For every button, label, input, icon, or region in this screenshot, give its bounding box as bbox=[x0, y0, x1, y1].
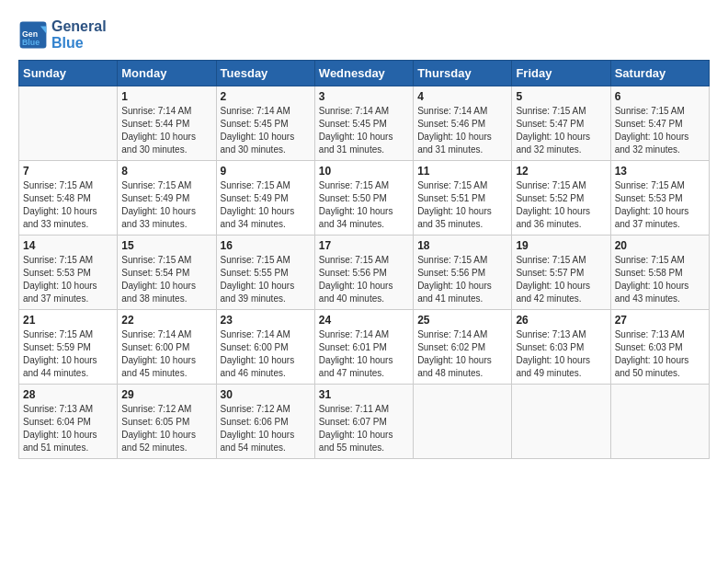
svg-text:Gen: Gen bbox=[22, 29, 38, 38]
day-info: Sunrise: 7:15 AMSunset: 5:55 PMDaylight:… bbox=[221, 255, 295, 304]
day-header-friday: Friday bbox=[512, 61, 610, 86]
day-info: Sunrise: 7:15 AMSunset: 5:53 PMDaylight:… bbox=[615, 180, 689, 229]
day-info: Sunrise: 7:14 AMSunset: 6:00 PMDaylight:… bbox=[221, 329, 295, 378]
calendar-cell: 9Sunrise: 7:15 AMSunset: 5:49 PMDaylight… bbox=[216, 161, 314, 236]
day-info: Sunrise: 7:14 AMSunset: 6:00 PMDaylight:… bbox=[121, 329, 196, 378]
day-number: 26 bbox=[516, 314, 606, 327]
calendar-cell: 27Sunrise: 7:13 AMSunset: 6:03 PMDayligh… bbox=[610, 310, 709, 385]
day-info: Sunrise: 7:14 AMSunset: 5:46 PMDaylight:… bbox=[417, 106, 492, 155]
svg-text:Blue: Blue bbox=[22, 38, 40, 47]
day-info: Sunrise: 7:15 AMSunset: 5:56 PMDaylight:… bbox=[319, 255, 393, 304]
calendar-cell bbox=[414, 385, 512, 459]
day-info: Sunrise: 7:12 AMSunset: 6:06 PMDaylight:… bbox=[221, 404, 295, 453]
calendar-week-row: 28Sunrise: 7:13 AMSunset: 6:04 PMDayligh… bbox=[19, 385, 710, 459]
calendar-week-row: 7Sunrise: 7:15 AMSunset: 5:48 PMDaylight… bbox=[19, 161, 710, 236]
page-header: Gen Blue General Blue bbox=[18, 18, 710, 51]
day-number: 9 bbox=[221, 165, 311, 178]
calendar-cell: 5Sunrise: 7:15 AMSunset: 5:47 PMDaylight… bbox=[512, 86, 610, 161]
calendar-cell: 14Sunrise: 7:15 AMSunset: 5:53 PMDayligh… bbox=[19, 236, 118, 310]
calendar-cell bbox=[19, 86, 118, 161]
day-number: 23 bbox=[221, 314, 311, 327]
day-info: Sunrise: 7:14 AMSunset: 6:01 PMDaylight:… bbox=[319, 329, 393, 378]
day-info: Sunrise: 7:15 AMSunset: 5:56 PMDaylight:… bbox=[417, 255, 492, 304]
day-number: 15 bbox=[121, 239, 211, 252]
calendar-cell: 4Sunrise: 7:14 AMSunset: 5:46 PMDaylight… bbox=[414, 86, 512, 161]
calendar-table: SundayMondayTuesdayWednesdayThursdayFrid… bbox=[18, 60, 710, 459]
calendar-cell: 6Sunrise: 7:15 AMSunset: 5:47 PMDaylight… bbox=[610, 86, 709, 161]
day-number: 27 bbox=[615, 314, 705, 327]
calendar-week-row: 21Sunrise: 7:15 AMSunset: 5:59 PMDayligh… bbox=[19, 310, 710, 385]
day-header-saturday: Saturday bbox=[610, 61, 709, 86]
day-number: 28 bbox=[23, 388, 113, 401]
calendar-cell: 11Sunrise: 7:15 AMSunset: 5:51 PMDayligh… bbox=[414, 161, 512, 236]
day-number: 3 bbox=[319, 90, 409, 103]
day-info: Sunrise: 7:12 AMSunset: 6:05 PMDaylight:… bbox=[121, 404, 196, 453]
day-header-sunday: Sunday bbox=[19, 61, 118, 86]
calendar-header-row: SundayMondayTuesdayWednesdayThursdayFrid… bbox=[19, 61, 710, 86]
calendar-cell: 22Sunrise: 7:14 AMSunset: 6:00 PMDayligh… bbox=[118, 310, 216, 385]
day-number: 2 bbox=[221, 90, 311, 103]
calendar-cell: 30Sunrise: 7:12 AMSunset: 6:06 PMDayligh… bbox=[216, 385, 314, 459]
calendar-cell: 13Sunrise: 7:15 AMSunset: 5:53 PMDayligh… bbox=[610, 161, 709, 236]
day-number: 13 bbox=[615, 165, 705, 178]
calendar-cell: 17Sunrise: 7:15 AMSunset: 5:56 PMDayligh… bbox=[314, 236, 413, 310]
day-number: 22 bbox=[121, 314, 211, 327]
day-number: 8 bbox=[121, 165, 211, 178]
day-number: 6 bbox=[615, 90, 705, 103]
calendar-week-row: 1Sunrise: 7:14 AMSunset: 5:44 PMDaylight… bbox=[19, 86, 710, 161]
day-info: Sunrise: 7:15 AMSunset: 5:57 PMDaylight:… bbox=[516, 255, 590, 304]
day-info: Sunrise: 7:15 AMSunset: 5:47 PMDaylight:… bbox=[516, 106, 590, 155]
day-info: Sunrise: 7:14 AMSunset: 6:02 PMDaylight:… bbox=[417, 329, 492, 378]
day-info: Sunrise: 7:15 AMSunset: 5:51 PMDaylight:… bbox=[417, 180, 492, 229]
day-header-thursday: Thursday bbox=[414, 61, 512, 86]
calendar-cell: 31Sunrise: 7:11 AMSunset: 6:07 PMDayligh… bbox=[314, 385, 413, 459]
calendar-week-row: 14Sunrise: 7:15 AMSunset: 5:53 PMDayligh… bbox=[19, 236, 710, 310]
calendar-cell: 25Sunrise: 7:14 AMSunset: 6:02 PMDayligh… bbox=[414, 310, 512, 385]
day-info: Sunrise: 7:13 AMSunset: 6:03 PMDaylight:… bbox=[516, 329, 590, 378]
day-number: 21 bbox=[23, 314, 113, 327]
calendar-cell: 19Sunrise: 7:15 AMSunset: 5:57 PMDayligh… bbox=[512, 236, 610, 310]
calendar-cell: 29Sunrise: 7:12 AMSunset: 6:05 PMDayligh… bbox=[118, 385, 216, 459]
logo-text-blue: Blue bbox=[51, 35, 107, 52]
day-number: 14 bbox=[23, 239, 113, 252]
calendar-cell: 15Sunrise: 7:15 AMSunset: 5:54 PMDayligh… bbox=[118, 236, 216, 310]
calendar-cell: 20Sunrise: 7:15 AMSunset: 5:58 PMDayligh… bbox=[610, 236, 709, 310]
day-info: Sunrise: 7:14 AMSunset: 5:44 PMDaylight:… bbox=[121, 106, 196, 155]
day-info: Sunrise: 7:14 AMSunset: 5:45 PMDaylight:… bbox=[319, 106, 393, 155]
day-info: Sunrise: 7:15 AMSunset: 5:48 PMDaylight:… bbox=[23, 180, 97, 229]
day-info: Sunrise: 7:15 AMSunset: 5:59 PMDaylight:… bbox=[23, 329, 97, 378]
calendar-cell: 21Sunrise: 7:15 AMSunset: 5:59 PMDayligh… bbox=[19, 310, 118, 385]
calendar-cell bbox=[512, 385, 610, 459]
calendar-cell: 10Sunrise: 7:15 AMSunset: 5:50 PMDayligh… bbox=[314, 161, 413, 236]
calendar-cell: 7Sunrise: 7:15 AMSunset: 5:48 PMDaylight… bbox=[19, 161, 118, 236]
day-info: Sunrise: 7:13 AMSunset: 6:03 PMDaylight:… bbox=[615, 329, 689, 378]
day-number: 29 bbox=[121, 388, 211, 401]
day-header-monday: Monday bbox=[118, 61, 216, 86]
day-header-wednesday: Wednesday bbox=[314, 61, 413, 86]
day-number: 31 bbox=[319, 388, 409, 401]
day-info: Sunrise: 7:14 AMSunset: 5:45 PMDaylight:… bbox=[221, 106, 295, 155]
day-number: 7 bbox=[23, 165, 113, 178]
day-number: 12 bbox=[516, 165, 606, 178]
day-number: 17 bbox=[319, 239, 409, 252]
calendar-cell: 26Sunrise: 7:13 AMSunset: 6:03 PMDayligh… bbox=[512, 310, 610, 385]
logo-text-general: General bbox=[51, 18, 107, 35]
day-number: 24 bbox=[319, 314, 409, 327]
calendar-cell: 8Sunrise: 7:15 AMSunset: 5:49 PMDaylight… bbox=[118, 161, 216, 236]
day-info: Sunrise: 7:15 AMSunset: 5:49 PMDaylight:… bbox=[221, 180, 295, 229]
day-info: Sunrise: 7:15 AMSunset: 5:47 PMDaylight:… bbox=[615, 106, 689, 155]
day-number: 5 bbox=[516, 90, 606, 103]
calendar-cell: 12Sunrise: 7:15 AMSunset: 5:52 PMDayligh… bbox=[512, 161, 610, 236]
day-number: 20 bbox=[615, 239, 705, 252]
day-info: Sunrise: 7:15 AMSunset: 5:53 PMDaylight:… bbox=[23, 255, 97, 304]
calendar-cell: 16Sunrise: 7:15 AMSunset: 5:55 PMDayligh… bbox=[216, 236, 314, 310]
day-number: 30 bbox=[221, 388, 311, 401]
logo: Gen Blue General Blue bbox=[18, 18, 107, 51]
day-number: 19 bbox=[516, 239, 606, 252]
day-info: Sunrise: 7:15 AMSunset: 5:49 PMDaylight:… bbox=[121, 180, 196, 229]
day-number: 16 bbox=[221, 239, 311, 252]
day-number: 11 bbox=[417, 165, 507, 178]
calendar-cell bbox=[610, 385, 709, 459]
calendar-body: 1Sunrise: 7:14 AMSunset: 5:44 PMDaylight… bbox=[19, 86, 710, 459]
calendar-cell: 18Sunrise: 7:15 AMSunset: 5:56 PMDayligh… bbox=[414, 236, 512, 310]
